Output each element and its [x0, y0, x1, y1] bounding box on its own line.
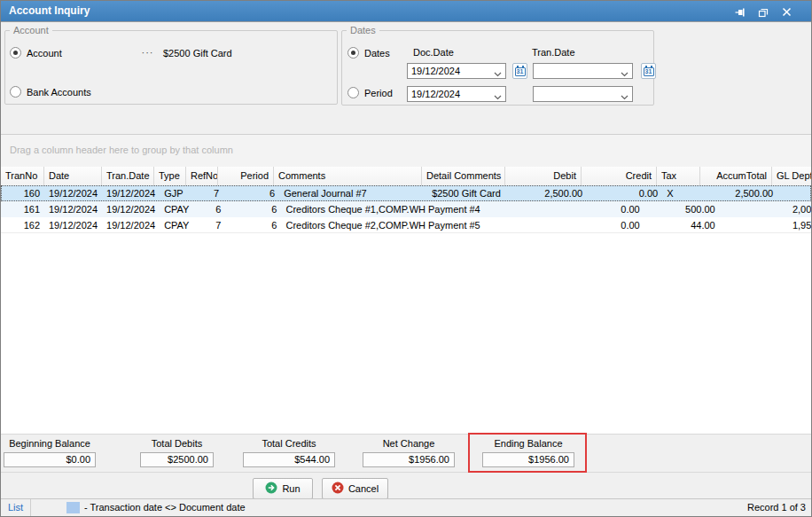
transactions-grid: Drag a column header here to group by th…	[1, 134, 811, 434]
cell-accumtotal: 1,956.00	[763, 217, 812, 232]
column-header-trandate[interactable]: Tran.Date	[102, 167, 154, 185]
cell-credit: 500.00	[644, 201, 720, 217]
total-credits-group: Total Credits $544.00	[243, 438, 335, 467]
column-header-gldept[interactable]: GL Dept	[772, 167, 812, 185]
doc-date-to-combo[interactable]: 19/12/2024	[407, 86, 506, 102]
account-groupbox-label: Account	[10, 25, 52, 35]
column-header-credit[interactable]: Credit	[582, 167, 657, 185]
tran-date-from-combo[interactable]	[533, 63, 633, 79]
column-header-detailcomments[interactable]: Detail Comments	[422, 167, 505, 185]
window-title: Account Inquiry	[9, 1, 90, 21]
cell-date: 19/12/2024	[44, 201, 102, 217]
cell-detailcomments: $2500 Gift Card	[427, 185, 511, 201]
total-debits-value: $2500.00	[140, 452, 214, 467]
close-button[interactable]	[780, 6, 792, 18]
legend-color-swatch	[66, 502, 80, 513]
grid-rows: 16019/12/202419/12/2024GJP76General Jour…	[1, 185, 811, 233]
column-header-date[interactable]: Date	[44, 167, 102, 185]
column-header-comments[interactable]: Comments	[274, 167, 422, 185]
cell-tax	[720, 201, 763, 217]
title-bar: Account Inquiry	[1, 1, 811, 22]
net-change-value: $1956.00	[363, 452, 455, 467]
restore-icon	[758, 7, 769, 18]
column-header-period[interactable]: Period	[218, 167, 274, 185]
ending-balance-label: Ending Balance	[482, 438, 574, 450]
cell-date: 19/12/2024	[44, 185, 102, 201]
record-count: Record 1 of 3	[747, 502, 806, 513]
cell-accumtotal: 2,500.00	[706, 185, 777, 201]
legend-text: - Transaction date <> Document date	[84, 502, 246, 513]
cell-comments: Creditors Cheque #2,COMP.WH Payment #5	[281, 217, 484, 232]
tran-date-label: Tran.Date	[532, 47, 575, 59]
doc-date-from-combo[interactable]: 19/12/2024	[407, 63, 506, 79]
table-row[interactable]: 16019/12/202419/12/2024GJP76General Jour…	[1, 185, 811, 201]
tran-date-calendar-button[interactable]: 31	[641, 63, 656, 79]
dates-radio-label: Dates	[364, 48, 390, 59]
grid-header-row: TranNoDateTran.DateTypeRefNoPeriodCommen…	[1, 167, 811, 185]
dates-radio[interactable]	[347, 47, 359, 59]
cell-date: 19/12/2024	[44, 217, 102, 232]
total-credits-label: Total Credits	[243, 438, 335, 450]
cell-tranno: 162	[1, 217, 44, 232]
cell-period: 6	[225, 201, 281, 217]
total-credits-value: $544.00	[243, 452, 335, 467]
summary-panel: Beginning Balance $0.00 Total Debits $25…	[1, 434, 811, 472]
cell-comments: Creditors Cheque #1,COMP.WH Payment #4	[281, 201, 484, 217]
cell-refno: 6	[193, 201, 225, 217]
group-by-drop-area[interactable]: Drag a column header here to group by th…	[1, 135, 811, 167]
cell-detailcomments	[485, 201, 568, 217]
bank-accounts-radio[interactable]	[10, 86, 21, 98]
account-radio[interactable]	[10, 47, 21, 59]
ending-balance-value: $1956.00	[482, 452, 574, 467]
column-header-tax[interactable]: Tax	[657, 167, 700, 185]
calendar-icon: 31	[644, 67, 654, 76]
period-radio-label: Period	[364, 88, 393, 99]
beginning-balance-value: $0.00	[4, 452, 96, 467]
cell-accumtotal: 2,000.00	[763, 201, 812, 217]
account-lookup-button[interactable]: ···	[140, 45, 155, 61]
calendar-icon: 31	[515, 67, 526, 76]
column-header-type[interactable]: Type	[154, 167, 186, 185]
period-radio[interactable]	[347, 87, 359, 98]
column-header-refno[interactable]: RefNo	[186, 167, 218, 185]
button-row: Run Cancel	[1, 472, 811, 500]
cell-refno: 7	[191, 185, 223, 201]
cell-trandate: 19/12/2024	[102, 185, 160, 201]
ending-balance-group: Ending Balance $1956.00	[482, 438, 574, 467]
doc-date-label: Doc.Date	[413, 47, 454, 59]
run-button[interactable]: Run	[253, 478, 313, 499]
close-icon	[782, 7, 792, 17]
account-radio-label: Account	[27, 48, 62, 59]
chevron-down-icon	[494, 68, 502, 79]
cell-credit: 44.00	[644, 217, 720, 232]
doc-date-calendar-button[interactable]: 31	[512, 63, 527, 79]
cancel-button[interactable]: Cancel	[322, 478, 388, 499]
cell-type: GJP	[160, 185, 191, 201]
table-row[interactable]: 16119/12/202419/12/2024CPAY66Creditors C…	[1, 201, 811, 217]
cell-tax	[720, 217, 763, 232]
column-header-debit[interactable]: Debit	[505, 167, 582, 185]
cell-credit: 0.00	[587, 185, 662, 201]
table-row[interactable]: 16219/12/202419/12/2024CPAY76Creditors C…	[1, 217, 811, 233]
chevron-down-icon	[494, 91, 502, 102]
tran-date-to-combo[interactable]	[533, 86, 633, 102]
cell-period: 6	[223, 185, 279, 201]
dates-groupbox-label: Dates	[347, 25, 379, 35]
status-list-label[interactable]: List	[8, 502, 23, 513]
cell-trandate: 19/12/2024	[102, 217, 160, 232]
cell-type: CPAY	[160, 217, 193, 232]
status-bar: List - Transaction date <> Document date…	[1, 498, 811, 516]
column-header-tranno[interactable]: TranNo	[1, 167, 44, 185]
pin-icon	[735, 7, 746, 18]
chevron-down-icon	[621, 91, 629, 102]
pin-button[interactable]	[734, 6, 746, 18]
cell-debit: 0.00	[568, 201, 644, 217]
cell-comments: General Journal #7	[279, 185, 427, 201]
beginning-balance-group: Beginning Balance $0.00	[4, 438, 96, 467]
cell-period: 6	[225, 217, 281, 232]
column-header-accumtotal[interactable]: AccumTotal	[700, 167, 772, 185]
restore-button[interactable]	[757, 6, 769, 18]
total-debits-label: Total Debits	[140, 438, 214, 450]
cell-detailcomments	[485, 217, 568, 232]
run-icon	[265, 482, 277, 496]
